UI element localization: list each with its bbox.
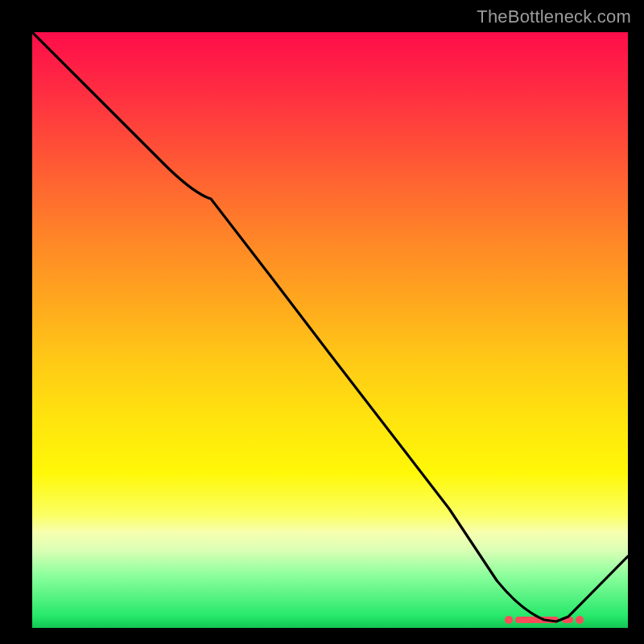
watermark-text: TheBottleneck.com [477,6,631,27]
plot-area [32,32,628,628]
frame-right [628,0,644,644]
svg-rect-1 [515,617,559,623]
plateau-markers [505,616,584,624]
svg-rect-2 [562,617,573,623]
curve-path [32,32,628,621]
svg-point-3 [576,616,584,624]
frame-left [0,0,32,644]
frame-bottom [0,628,644,644]
svg-point-0 [505,616,513,624]
chart-svg [32,32,628,628]
chart-container: TheBottleneck.com [0,0,644,644]
